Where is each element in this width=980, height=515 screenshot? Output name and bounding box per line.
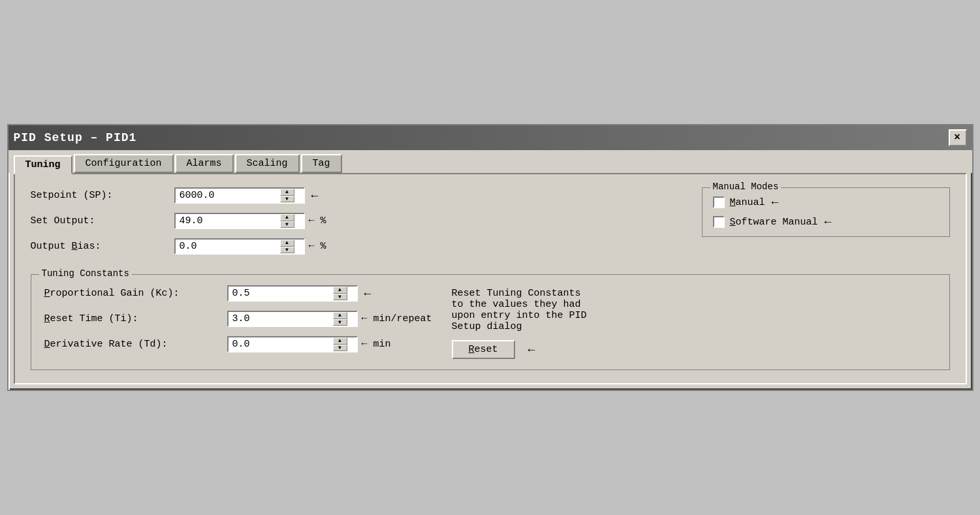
reset-time-label: Reset Time (Ti): [44, 313, 227, 324]
reset-time-spinbox[interactable]: ▲ ▼ [227, 311, 358, 327]
derivative-rate-spin-down[interactable]: ▼ [333, 345, 347, 352]
content-area: Setpoint (SP): ▲ ▼ ← Set Output: [14, 173, 967, 384]
manual-row: Manual ← [713, 196, 939, 209]
set-output-label: Set Output: [31, 215, 174, 226]
tuning-constants-legend: Tuning Constants [39, 268, 132, 279]
output-bias-spin-down[interactable]: ▼ [280, 247, 294, 254]
tuning-constants-box: Tuning Constants Proportional Gain (Kc):… [31, 274, 950, 370]
setpoint-spin-down[interactable]: ▼ [280, 196, 294, 203]
set-output-spinbox[interactable]: ▲ ▼ [174, 213, 305, 229]
derivative-rate-spin-buttons: ▲ ▼ [333, 337, 347, 351]
proportional-gain-spin-buttons: ▲ ▼ [333, 287, 347, 300]
output-bias-spin-buttons: ▲ ▼ [280, 240, 294, 253]
top-fields: Setpoint (SP): ▲ ▼ ← Set Output: [31, 187, 676, 264]
reset-time-spin-up[interactable]: ▲ [333, 312, 347, 319]
tuning-constants-fields: Proportional Gain (Kc): ▲ ▼ ← Reset Tim [44, 285, 432, 352]
set-output-spin-up[interactable]: ▲ [280, 214, 294, 221]
manual-modes-legend: Manual Modes [710, 181, 782, 192]
manual-arrow: ← [772, 196, 779, 209]
set-output-row: Set Output: ▲ ▼ ← % [31, 213, 676, 229]
setpoint-spin-buttons: ▲ ▼ [280, 189, 294, 202]
derivative-rate-input[interactable] [229, 337, 333, 351]
tab-tag[interactable]: Tag [301, 154, 342, 173]
tab-tuning-label: Tuning [25, 159, 61, 170]
derivative-rate-spinbox[interactable]: ▲ ▼ [227, 336, 358, 352]
setpoint-spinbox[interactable]: ▲ ▼ [174, 187, 305, 204]
tab-tag-label: Tag [313, 158, 330, 169]
setpoint-arrow: ← [311, 189, 319, 202]
software-manual-label: Software Manual [730, 217, 818, 228]
title-bar: PID Setup – PID1 × [8, 125, 972, 150]
tab-bar: Tuning Configuration Alarms Scaling Tag [8, 150, 972, 173]
software-manual-row: Software Manual ← [713, 215, 939, 228]
reset-info-text: Reset Tuning Constants to the values the… [452, 288, 936, 332]
reset-button[interactable]: Reset [452, 340, 515, 359]
close-button[interactable]: × [949, 129, 967, 146]
tab-tuning[interactable]: Tuning [14, 155, 72, 174]
set-output-input[interactable] [176, 214, 280, 228]
proportional-gain-spin-up[interactable]: ▲ [333, 287, 347, 294]
manual-checkbox[interactable] [713, 196, 725, 208]
set-output-spin-buttons: ▲ ▼ [280, 214, 294, 228]
reset-time-spin-down[interactable]: ▼ [333, 319, 347, 326]
proportional-gain-spin-down[interactable]: ▼ [333, 294, 347, 301]
reset-button-area: Reset ← [452, 340, 936, 359]
set-output-spin-down[interactable]: ▼ [280, 221, 294, 228]
reset-button-arrow: ← [528, 343, 535, 356]
main-window: PID Setup – PID1 × Tuning Configuration … [7, 124, 973, 391]
tuning-constants-inner: Proportional Gain (Kc): ▲ ▼ ← Reset Tim [44, 285, 936, 359]
proportional-gain-row: Proportional Gain (Kc): ▲ ▼ ← [44, 285, 432, 302]
reset-time-row: Reset Time (Ti): ▲ ▼ ← min/repeat [44, 311, 432, 327]
top-section: Setpoint (SP): ▲ ▼ ← Set Output: [31, 187, 950, 264]
proportional-gain-input[interactable] [229, 287, 333, 300]
output-bias-input[interactable] [176, 240, 280, 253]
derivative-rate-row: Derivative Rate (Td): ▲ ▼ ← min [44, 336, 432, 352]
setpoint-input[interactable] [176, 189, 280, 202]
tab-scaling-label: Scaling [247, 158, 288, 169]
tab-configuration[interactable]: Configuration [74, 154, 174, 173]
set-output-unit: ← % [309, 215, 326, 226]
derivative-rate-label: Derivative Rate (Td): [44, 339, 227, 350]
output-bias-spin-up[interactable]: ▲ [280, 240, 294, 247]
tab-alarms[interactable]: Alarms [175, 154, 234, 173]
output-bias-label: Output Bias: [31, 241, 174, 252]
output-bias-row: Output Bias: ▲ ▼ ← % [31, 238, 676, 255]
setpoint-spin-up[interactable]: ▲ [280, 189, 294, 196]
tab-configuration-label: Configuration [86, 158, 162, 169]
reset-time-input[interactable] [229, 312, 333, 326]
manual-label: Manual [730, 197, 765, 208]
proportional-gain-label: Proportional Gain (Kc): [44, 288, 227, 299]
window-title: PID Setup – PID1 [14, 131, 137, 144]
setpoint-label: Setpoint (SP): [31, 190, 174, 201]
output-bias-spinbox[interactable]: ▲ ▼ [174, 238, 305, 255]
setpoint-row: Setpoint (SP): ▲ ▼ ← [31, 187, 676, 204]
tab-alarms-label: Alarms [187, 158, 222, 169]
tab-scaling[interactable]: Scaling [235, 154, 300, 173]
reset-time-unit: ← min/repeat [362, 313, 432, 324]
derivative-rate-unit: ← min [362, 339, 391, 350]
software-manual-arrow: ← [825, 215, 832, 228]
derivative-rate-spin-up[interactable]: ▲ [333, 337, 347, 345]
reset-info-area: Reset Tuning Constants to the values the… [452, 285, 936, 359]
software-manual-checkbox[interactable] [713, 216, 725, 228]
reset-time-spin-buttons: ▲ ▼ [333, 312, 347, 326]
output-bias-unit: ← % [309, 241, 326, 252]
manual-modes-box: Manual Modes Manual ← Software Manual ← [702, 187, 950, 237]
proportional-gain-spinbox[interactable]: ▲ ▼ [227, 285, 358, 302]
proportional-gain-arrow: ← [364, 287, 371, 300]
